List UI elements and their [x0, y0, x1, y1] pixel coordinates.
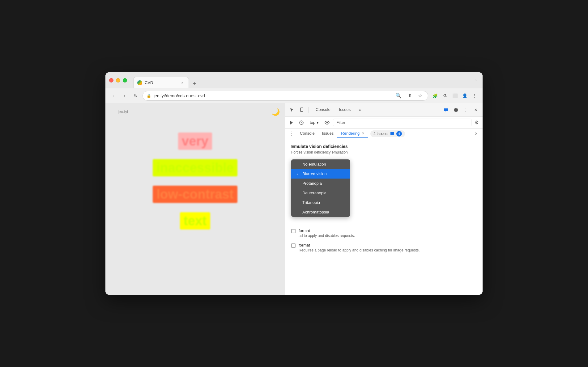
search-icon[interactable]: 🔍 — [394, 92, 403, 99]
toolbar-divider — [309, 107, 309, 113]
console-filter-input[interactable] — [333, 119, 471, 126]
svg-point-6 — [326, 122, 328, 123]
clear-console-button[interactable] — [297, 119, 305, 127]
eye-button[interactable] — [323, 119, 331, 127]
devtools-main-tabs: Console Issues — [311, 105, 355, 115]
page-content: jec.fyi 🌙 very inaccessible low-contrast… — [105, 103, 285, 295]
section-subtitle: Forces vision deficiency emulation — [291, 150, 476, 154]
browser-window: CVD × + › ‹ › ↻ 🔒 jec.fyi/demo/cds-quest… — [105, 72, 483, 295]
dropdown-item-blurred-vision[interactable]: ✓ Blurred vision — [291, 169, 350, 179]
address-bar[interactable]: 🔒 jec.fyi/demo/cds-quest-cvd 🔍 ⬆ ☆ — [143, 91, 428, 101]
dropdown-item-deuteranopia[interactable]: Deuteranopia — [291, 188, 350, 198]
issues-message-icon — [390, 132, 394, 136]
rendering-tab-close-button[interactable]: × — [362, 131, 364, 136]
new-tab-button[interactable]: + — [190, 79, 199, 88]
frame-selector-arrow: ▾ — [317, 120, 319, 125]
flask-button[interactable]: ⚗ — [441, 91, 449, 100]
demo-content: very inaccessible low-contrast text — [118, 126, 272, 230]
minimize-window-button[interactable] — [116, 78, 120, 82]
filter-settings-button[interactable]: ⚙ — [473, 118, 480, 127]
devtools-close-button[interactable]: × — [471, 106, 480, 114]
frame-selector[interactable]: top ▾ — [307, 119, 321, 126]
checkbox-2[interactable] — [291, 243, 296, 248]
close-window-button[interactable] — [109, 78, 113, 82]
layout-button[interactable]: ⬜ — [450, 91, 459, 100]
tab-title: CVD — [145, 80, 153, 85]
more-tabs-button[interactable]: » — [356, 106, 363, 113]
devtools-messages-button[interactable] — [442, 106, 450, 114]
word-inaccessible: inaccessible — [153, 159, 237, 176]
devtools-actions: ⋮ × — [442, 106, 480, 114]
word-very: very — [178, 133, 212, 150]
issues-count-text: 4 Issues: — [373, 132, 388, 136]
devtools-cursor-button[interactable] — [288, 106, 296, 114]
devtools-device-button[interactable] — [297, 106, 306, 114]
title-bar: CVD × + › — [105, 72, 483, 88]
address-text: jec.fyi/demo/cds-quest-cvd — [154, 93, 391, 98]
bookmark-icon[interactable]: ☆ — [416, 92, 424, 99]
checkbox-section: format ad to apply and disables requests… — [291, 228, 476, 252]
main-area: jec.fyi 🌙 very inaccessible low-contrast… — [105, 103, 483, 295]
tabs-area: CVD × + — [133, 72, 199, 88]
word-low-contrast: low-contrast — [153, 186, 237, 203]
tab-issues-sub[interactable]: Issues — [318, 129, 338, 138]
back-button[interactable]: ‹ — [109, 91, 118, 100]
checkbox-2-title: format — [299, 243, 420, 247]
dropdown-menu: No emulation ✓ Blurred vision Protanopia — [291, 159, 350, 217]
issues-badge-count: 4 — [396, 131, 402, 137]
lock-icon: 🔒 — [147, 94, 151, 98]
checkbox-item-2: format Requires a page reload to apply a… — [291, 243, 476, 252]
svg-rect-1 — [301, 111, 302, 111]
checkbox-1-desc: ad to apply and disables requests. — [299, 234, 355, 238]
traffic-lights — [109, 78, 127, 82]
tab-favicon — [137, 80, 142, 85]
tab-issues[interactable]: Issues — [335, 105, 355, 115]
dropdown-item-tritanopia[interactable]: Tritanopia — [291, 198, 350, 207]
dropdown-item-protanopia[interactable]: Protanopia — [291, 179, 350, 188]
more-menu-button[interactable]: ⋮ — [470, 91, 479, 100]
forward-button[interactable]: › — [120, 91, 129, 100]
tab-console-sub[interactable]: Console — [296, 129, 318, 138]
svg-marker-2 — [290, 121, 293, 124]
checkbox-2-desc: Requires a page reload to apply and disa… — [299, 248, 420, 252]
issues-more-button[interactable]: ⋮ — [289, 131, 294, 137]
devtools-panel: Console Issues » ⋮ × — [285, 103, 483, 295]
nav-actions: 🧩 ⚗ ⬜ 👤 ⋮ — [431, 91, 479, 100]
tab-rendering[interactable]: Rendering × — [337, 129, 368, 138]
svg-line-4 — [300, 122, 302, 124]
active-tab[interactable]: CVD × — [133, 77, 189, 88]
devtools-toolbar2: top ▾ ⚙ — [285, 117, 483, 129]
execute-button[interactable] — [288, 119, 296, 127]
tab-list-chevron[interactable]: › — [473, 77, 479, 84]
word-text: text — [180, 212, 211, 230]
tab-console[interactable]: Console — [311, 105, 335, 115]
nav-bar: ‹ › ↻ 🔒 jec.fyi/demo/cds-quest-cvd 🔍 ⬆ ☆… — [105, 88, 483, 103]
profile-button[interactable]: 👤 — [460, 91, 469, 100]
issues-count-badge[interactable]: 4 Issues: 4 — [370, 130, 405, 137]
issues-tabs: Console Issues Rendering × — [296, 129, 368, 138]
devtools-toolbar: Console Issues » ⋮ × — [285, 103, 483, 117]
page-logo: jec.fyi — [118, 109, 272, 114]
dropdown-item-no-emulation[interactable]: No emulation — [291, 159, 350, 169]
maximize-window-button[interactable] — [123, 78, 127, 82]
devtools-body: Emulate vision deficiencies Forces visio… — [285, 139, 483, 295]
share-icon[interactable]: ⬆ — [406, 92, 414, 99]
checkbox-1-title: format — [299, 228, 355, 233]
devtools-more-button[interactable]: ⋮ — [462, 106, 470, 114]
frame-selector-value: top — [310, 120, 315, 125]
extensions-button[interactable]: 🧩 — [431, 91, 439, 100]
moon-icon[interactable]: 🌙 — [271, 108, 280, 116]
issues-bar: ⋮ Console Issues Rendering × 4 Issues: 4… — [285, 129, 483, 139]
devtools-settings-button[interactable] — [452, 106, 460, 114]
issues-panel-close-button[interactable]: × — [474, 130, 479, 138]
section-title: Emulate vision deficiencies — [291, 144, 476, 149]
checkbox-item-1: format ad to apply and disables requests… — [291, 228, 476, 238]
reload-button[interactable]: ↻ — [131, 91, 140, 100]
tab-close-button[interactable]: × — [180, 80, 185, 85]
dropdown-item-achromatopsia[interactable]: Achromatopsia — [291, 207, 350, 217]
checkbox-1[interactable] — [291, 229, 296, 233]
svg-rect-0 — [300, 108, 303, 112]
